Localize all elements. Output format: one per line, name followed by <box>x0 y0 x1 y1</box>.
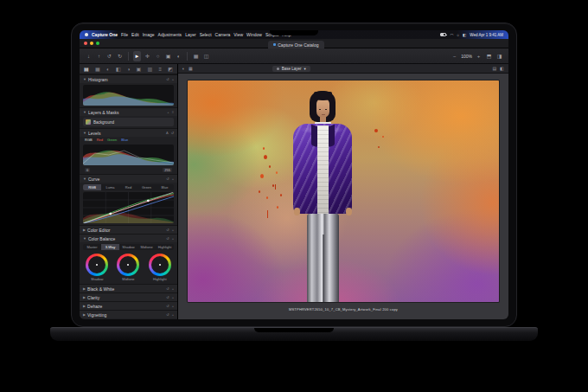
menu-select[interactable]: Select <box>200 32 212 37</box>
wifi-icon[interactable]: ◠ <box>450 33 453 37</box>
cb-tab-3way[interactable]: 3-Way <box>101 244 119 250</box>
curve-tab-red[interactable]: Red <box>119 184 137 190</box>
panel-header-color-balance[interactable]: ▼ Color Balance ↺ + <box>80 234 177 242</box>
menu-window[interactable]: Window <box>246 32 262 37</box>
zoom-in-icon[interactable]: + <box>475 51 483 61</box>
reset-icon[interactable]: ↺ <box>171 131 174 135</box>
reset-icon[interactable]: ↺ <box>166 295 169 299</box>
layer-selector[interactable]: Base Layer ▾ <box>272 66 310 72</box>
disclosure-icon[interactable]: ▶ <box>83 228 86 232</box>
tab-adjust-icon[interactable]: ▤ <box>84 66 89 72</box>
channel-rgb[interactable]: RGB <box>85 138 93 142</box>
disclosure-icon[interactable]: ▼ <box>83 77 86 81</box>
import-icon[interactable]: ↓ <box>85 51 93 61</box>
reset-icon[interactable]: ↺ <box>166 304 169 308</box>
mask-tool-icon[interactable]: ◐ <box>175 51 182 61</box>
cb-tab-midtone[interactable]: Midtone <box>137 244 156 250</box>
menubar-clock[interactable]: Wed Apr 1 9:41 AM <box>470 33 503 37</box>
focus-mask-icon[interactable]: ◧ <box>500 66 504 71</box>
rotate-right-icon[interactable]: ↻ <box>116 51 124 61</box>
tab-metadata-icon[interactable]: ≡ <box>158 67 162 72</box>
disclosure-icon[interactable]: ▶ <box>83 286 86 291</box>
panel-header-curve[interactable]: ▼ Curve ↺ + <box>80 174 177 183</box>
preset-icon[interactable]: + <box>172 177 174 181</box>
search-icon[interactable]: ○ <box>457 33 459 37</box>
fullscreen-icon[interactable]: ⬒ <box>485 51 493 61</box>
cb-tab-master[interactable]: Master <box>83 244 101 250</box>
loupe-tool-icon[interactable]: ○ <box>154 51 162 61</box>
tab-details-icon[interactable]: ▣ <box>137 66 142 72</box>
reset-icon[interactable]: ↺ <box>166 177 169 181</box>
menu-view[interactable]: View <box>233 32 243 37</box>
tab-exposure-icon[interactable]: ◑ <box>127 67 131 72</box>
wheel-handle[interactable] <box>127 264 129 266</box>
wheel-handle[interactable] <box>96 264 98 266</box>
curve-tab-rgb[interactable]: RGB <box>83 184 101 190</box>
crop-tool-icon[interactable]: ▣ <box>164 51 172 61</box>
panel-header-vignetting[interactable]: ▶ Vignetting ↺ + <box>80 310 177 318</box>
levels-histogram-graph[interactable] <box>83 145 174 165</box>
disclosure-icon[interactable]: ▶ <box>83 312 86 317</box>
panel-header-levels[interactable]: ▼ Levels A ↺ <box>80 128 177 137</box>
tab-library-icon[interactable]: ▦ <box>95 66 100 72</box>
curve-tab-blue[interactable]: Blue <box>156 184 174 190</box>
menu-image[interactable]: Image <box>143 32 155 37</box>
more-icon[interactable]: ≡ <box>172 110 174 114</box>
control-center-icon[interactable]: ◧ <box>463 33 466 37</box>
menu-layer[interactable]: Layer <box>185 32 196 37</box>
pan-tool-icon[interactable]: ✛ <box>144 51 151 61</box>
before-after-icon[interactable]: ◐ <box>182 66 185 71</box>
zoom-level[interactable]: 100% <box>461 54 472 59</box>
highlight-color-wheel[interactable] <box>149 254 171 276</box>
cursor-tool-icon[interactable]: ► <box>133 51 141 61</box>
tab-output-icon[interactable]: ◩ <box>168 66 173 72</box>
minimize-window-button[interactable] <box>90 42 93 45</box>
channel-blue[interactable]: Blue <box>121 138 128 142</box>
curve-tab-green[interactable]: Green <box>137 184 156 190</box>
zoom-out-icon[interactable]: − <box>451 51 458 61</box>
panel-header-clarity[interactable]: ▶ Clarity ↺ + <box>80 292 177 301</box>
close-window-button[interactable] <box>84 42 87 45</box>
auto-levels-icon[interactable]: A <box>166 131 169 135</box>
proof-icon[interactable]: ▦ <box>189 66 193 71</box>
panel-toggle-icon[interactable]: ◨ <box>495 51 503 61</box>
export-icon[interactable]: ↑ <box>95 51 103 61</box>
edited-photo[interactable] <box>188 80 499 302</box>
disclosure-icon[interactable]: ▼ <box>83 110 86 114</box>
channel-red[interactable]: Red <box>97 138 103 142</box>
panel-header-black-white[interactable]: ▶ Black & White ↺ + <box>80 284 177 292</box>
channel-green[interactable]: Green <box>107 138 117 142</box>
cb-tab-highlight[interactable]: Highlight <box>156 244 174 250</box>
menu-file[interactable]: File <box>121 32 128 37</box>
reset-icon[interactable]: ↺ <box>166 286 169 291</box>
tab-styles-icon[interactable]: ▥ <box>148 66 153 72</box>
curve-graph[interactable] <box>83 192 174 223</box>
rotate-left-icon[interactable]: ↺ <box>105 51 113 61</box>
reset-icon[interactable]: ↺ <box>166 77 169 81</box>
levels-highlight-input[interactable]: 255 <box>163 168 172 172</box>
reset-icon[interactable]: ↺ <box>166 236 169 241</box>
curve-tab-luma[interactable]: Luma <box>101 184 119 190</box>
menu-camera[interactable]: Camera <box>215 32 231 37</box>
panel-header-color-editor[interactable]: ▶ Color Editor ↺ + <box>80 225 177 234</box>
reset-icon[interactable]: ↺ <box>166 228 169 232</box>
preset-icon[interactable]: + <box>172 312 174 317</box>
document-tab[interactable]: Capture One Catalog <box>268 41 323 48</box>
disclosure-icon[interactable]: ▶ <box>83 295 86 299</box>
preset-icon[interactable]: + <box>172 286 174 291</box>
preset-icon[interactable]: + <box>172 77 174 81</box>
menu-capture-one[interactable]: Capture One <box>92 32 118 37</box>
apple-logo-icon[interactable] <box>85 33 88 36</box>
panel-header-dehaze[interactable]: ▶ Dehaze ↺ + <box>80 301 177 310</box>
reset-icon[interactable]: ↺ <box>166 312 169 317</box>
layer-row-background[interactable]: Background <box>83 118 174 126</box>
wheel-handle[interactable] <box>159 264 161 266</box>
preset-icon[interactable]: + <box>172 295 174 299</box>
cb-tab-shadow[interactable]: Shadow <box>119 244 137 250</box>
panel-header-histogram[interactable]: ▼ Histogram ↺ + <box>80 74 177 83</box>
disclosure-icon[interactable]: ▼ <box>83 236 86 241</box>
midtone-color-wheel[interactable] <box>117 254 139 276</box>
preset-icon[interactable]: + <box>172 228 174 232</box>
add-layer-icon[interactable]: + <box>167 110 169 114</box>
preset-icon[interactable]: + <box>172 304 174 308</box>
